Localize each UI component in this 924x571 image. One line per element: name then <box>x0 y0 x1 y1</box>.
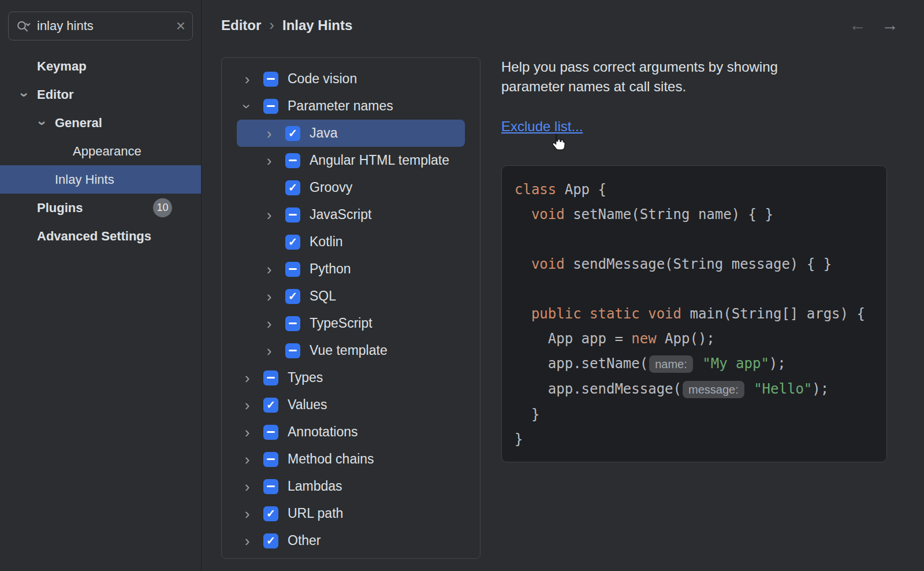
code-token <box>515 206 531 223</box>
checkbox-other[interactable]: ✓ <box>263 533 278 548</box>
indeterminate-icon <box>289 268 297 270</box>
checkbox-javascript[interactable] <box>285 207 300 223</box>
tree-item-url-path[interactable]: ›✓URL path <box>237 500 465 527</box>
settings-nav-tree: Keymap›Editor›GeneralAppearanceInlay Hin… <box>0 52 201 250</box>
sidebar-item-label: General <box>55 116 102 131</box>
code-token: setName(String name) { } <box>565 206 773 223</box>
chevron-right-icon[interactable]: › <box>240 533 255 548</box>
checkbox-typescript[interactable] <box>285 316 300 331</box>
code-line: } <box>515 402 886 427</box>
code-token: "My app" <box>702 355 769 372</box>
code-token: App app = <box>515 331 631 347</box>
chevron-right-icon[interactable]: › <box>240 370 255 385</box>
sidebar-item-general[interactable]: ›General <box>0 109 201 137</box>
tree-item-method-chains[interactable]: ›Method chains <box>237 446 465 473</box>
chevron-right-icon[interactable]: › <box>262 343 277 358</box>
chevron-down-icon[interactable]: › <box>240 99 255 114</box>
tree-item-annotations[interactable]: ›Annotations <box>237 418 465 446</box>
tree-item-groovy[interactable]: ›✓Groovy <box>237 174 465 201</box>
tree-item-label: Parameter names <box>288 98 393 114</box>
chevron-right-icon[interactable]: › <box>240 506 255 521</box>
checkbox-values[interactable]: ✓ <box>263 398 278 413</box>
checkbox-vue-template[interactable] <box>285 343 300 358</box>
chevron-right-icon[interactable]: › <box>262 207 277 223</box>
tree-item-vue-template[interactable]: ›Vue template <box>237 337 465 364</box>
code-token: } <box>515 431 523 447</box>
code-line: App app = new App(); <box>515 327 886 351</box>
history-navigation: ← → <box>849 15 899 35</box>
tree-item-angular-html-template[interactable]: ›Angular HTML template <box>237 147 465 174</box>
sidebar-item-advanced-settings[interactable]: Advanced Settings <box>0 222 201 250</box>
code-token: void <box>531 256 565 272</box>
tree-item-code-vision[interactable]: ›Code vision <box>237 65 465 92</box>
code-token: "Hello" <box>754 381 812 397</box>
indeterminate-icon <box>267 78 275 80</box>
checkbox-kotlin[interactable]: ✓ <box>285 235 300 250</box>
chevron-down-icon[interactable]: › <box>35 116 50 131</box>
detail-panel: Help you pass correct arguments by showi… <box>501 57 889 97</box>
tree-item-javascript[interactable]: ›JavaScript <box>237 201 465 228</box>
sidebar-item-inlay-hints[interactable]: Inlay Hints <box>0 165 201 194</box>
sidebar-item-appearance[interactable]: Appearance <box>0 137 201 165</box>
code-line: } <box>515 427 886 452</box>
checkbox-parameter-names[interactable] <box>263 99 278 114</box>
checkbox-java[interactable]: ✓ <box>285 126 300 141</box>
code-token <box>515 306 531 322</box>
tree-item-typescript[interactable]: ›TypeScript <box>237 310 465 337</box>
checkbox-url-path[interactable]: ✓ <box>263 506 278 521</box>
exclude-list-link[interactable]: Exclude list... <box>501 118 583 135</box>
chevron-right-icon[interactable]: › <box>262 289 277 304</box>
inlay-hints-tree-panel: ›Code vision›Parameter names›✓Java›Angul… <box>221 57 480 559</box>
back-arrow-icon[interactable]: ← <box>849 15 866 35</box>
checkbox-method-chains[interactable] <box>263 452 278 467</box>
tree-item-python[interactable]: ›Python <box>237 255 465 283</box>
code-token <box>515 256 531 272</box>
tree-item-java[interactable]: ›✓Java <box>237 120 465 147</box>
sidebar-item-label: Keymap <box>37 59 87 74</box>
breadcrumb-separator-icon: › <box>269 16 274 34</box>
chevron-right-icon[interactable]: › <box>262 153 277 168</box>
sidebar-item-keymap[interactable]: Keymap <box>0 52 201 80</box>
checkbox-sql[interactable]: ✓ <box>285 289 300 304</box>
checkbox-angular-html-template[interactable] <box>285 153 300 168</box>
chevron-right-icon[interactable]: › <box>240 398 255 413</box>
chevron-right-icon[interactable]: › <box>262 316 277 331</box>
forward-arrow-icon[interactable]: → <box>881 15 899 35</box>
settings-search-input[interactable]: inlay hints × <box>8 12 193 40</box>
chevron-right-icon[interactable]: › <box>240 425 255 440</box>
chevron-right-icon[interactable]: › <box>262 262 277 277</box>
indeterminate-icon <box>267 431 275 433</box>
checkmark-icon: ✓ <box>288 182 297 193</box>
tree-item-other[interactable]: ›✓Other <box>237 527 465 554</box>
code-token: class <box>515 181 556 198</box>
sidebar-item-label: Plugins <box>37 201 83 216</box>
chevron-right-icon[interactable]: › <box>240 479 255 494</box>
code-line: void sendMessage(String message) { } <box>515 252 886 277</box>
checkbox-lambdas[interactable] <box>263 479 278 494</box>
sidebar-item-editor[interactable]: ›Editor <box>0 80 201 109</box>
tree-item-kotlin[interactable]: ›✓Kotlin <box>237 228 465 255</box>
checkbox-python[interactable] <box>285 262 300 277</box>
tree-item-values[interactable]: ›✓Values <box>237 391 465 418</box>
chevron-right-icon[interactable]: › <box>262 126 277 141</box>
breadcrumb-editor[interactable]: Editor <box>221 17 261 34</box>
tree-item-types[interactable]: ›Types <box>237 364 465 391</box>
clear-search-icon[interactable]: × <box>176 18 185 34</box>
checkbox-annotations[interactable] <box>263 425 278 440</box>
tree-item-lambdas[interactable]: ›Lambdas <box>237 473 465 500</box>
code-token: new <box>631 331 656 347</box>
tree-item-label: Angular HTML template <box>310 153 449 168</box>
hand-cursor-icon <box>547 132 568 155</box>
code-token: app.setName( <box>515 355 648 372</box>
chevron-down-icon[interactable]: › <box>17 87 32 102</box>
chevron-right-icon[interactable]: › <box>240 72 255 87</box>
checkbox-types[interactable] <box>263 370 278 385</box>
tree-item-parameter-names[interactable]: ›Parameter names <box>237 92 465 120</box>
checkbox-groovy[interactable]: ✓ <box>285 180 300 195</box>
indeterminate-icon <box>267 458 275 460</box>
checkbox-code-vision[interactable] <box>263 72 278 87</box>
sidebar-item-plugins[interactable]: Plugins10 <box>0 194 201 222</box>
tree-item-sql[interactable]: ›✓SQL <box>237 283 465 310</box>
chevron-right-icon[interactable]: › <box>240 452 255 467</box>
tree-item-label: Groovy <box>310 180 352 195</box>
